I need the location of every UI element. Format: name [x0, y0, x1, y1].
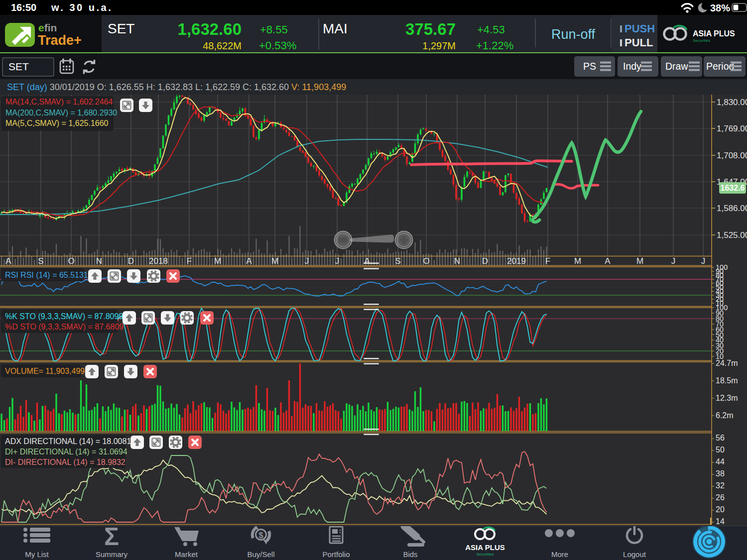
svg-text:A: A — [364, 256, 370, 266]
svg-text:N: N — [96, 256, 102, 266]
svg-text:PS: PS — [583, 61, 596, 72]
svg-text:D: D — [482, 256, 488, 266]
svg-text:14: 14 — [716, 517, 725, 526]
svg-text:48,622M: 48,622M — [203, 40, 242, 51]
svg-text:1,708.00: 1,708.00 — [717, 151, 747, 160]
svg-text:MAI: MAI — [323, 21, 348, 36]
svg-text:6.2m: 6.2m — [716, 411, 734, 420]
svg-text:O: O — [423, 256, 429, 266]
svg-text:DI+ DIRECTIONAL (14) = 31.0694: DI+ DIRECTIONAL (14) = 31.0694 — [5, 448, 127, 456]
svg-text:J: J — [671, 256, 676, 266]
svg-text:+1.22%: +1.22% — [476, 39, 513, 52]
svg-text:S: S — [395, 256, 400, 266]
svg-text:20: 20 — [716, 505, 725, 514]
svg-text:26: 26 — [716, 493, 725, 502]
svg-text:DI- DIRECTIONAL (14) = 18.9832: DI- DIRECTIONAL (14) = 18.9832 — [5, 458, 125, 466]
svg-text:ASIA PLUS: ASIA PLUS — [693, 29, 735, 38]
svg-text:44: 44 — [716, 457, 725, 466]
svg-text:1,830.00: 1,830.00 — [717, 98, 747, 107]
svg-text:%K STO (9,3,3,SMAV) = 87.8099: %K STO (9,3,3,SMAV) = 87.8099 — [5, 312, 123, 321]
svg-text:SET: SET — [8, 61, 29, 72]
svg-text:Indy: Indy — [623, 61, 641, 72]
svg-text:ASIA PLUS: ASIA PLUS — [465, 543, 504, 552]
svg-text:N: N — [454, 256, 460, 266]
svg-text:1,297M: 1,297M — [422, 40, 456, 51]
svg-text:+8.55: +8.55 — [260, 23, 288, 36]
svg-text:38%: 38% — [710, 2, 730, 13]
svg-text:1,525.00: 1,525.00 — [717, 230, 747, 240]
svg-text:38: 38 — [716, 469, 725, 478]
svg-text:MA(14,C,SMAV) = 1,602.2464: MA(14,C,SMAV) = 1,602.2464 — [5, 98, 113, 106]
svg-text:Run-off: Run-off — [551, 27, 596, 42]
svg-text:1,769.00: 1,769.00 — [717, 124, 747, 133]
svg-text:SET (day) 30/01/2019 O: 1,626: SET (day) 30/01/2019 O: 1,626.55 H: 1,63… — [7, 82, 346, 92]
svg-text:MA(200,C,SMAV) = 1,680.2930: MA(200,C,SMAV) = 1,680.2930 — [5, 109, 117, 117]
svg-text:+4.53: +4.53 — [477, 23, 505, 36]
svg-text:M: M — [271, 256, 278, 266]
svg-text:F: F — [187, 256, 192, 266]
svg-text:PULL: PULL — [624, 36, 653, 49]
svg-text:efin: efin — [38, 22, 57, 33]
svg-text:+0.53%: +0.53% — [259, 39, 296, 52]
svg-text:1,586.00: 1,586.00 — [717, 204, 747, 213]
svg-text:2019: 2019 — [507, 256, 526, 266]
svg-text:M: M — [636, 256, 643, 266]
svg-text:A: A — [246, 256, 252, 266]
svg-text:M: M — [574, 256, 581, 266]
svg-text:1632.6: 1632.6 — [721, 184, 745, 192]
svg-text:VOLUME= 11,903,499: VOLUME= 11,903,499 — [5, 367, 85, 375]
svg-text:Securities: Securities — [693, 38, 710, 43]
svg-text:A: A — [5, 256, 11, 266]
svg-text:56: 56 — [716, 434, 725, 442]
svg-text:Securities: Securities — [476, 552, 494, 557]
svg-text:ADX DIRECTIONAL (14) = 18.0081: ADX DIRECTIONAL (14) = 18.0081 — [5, 437, 131, 446]
svg-text:SET: SET — [108, 21, 134, 36]
svg-text:RSI RSI (14) = 65.5131: RSI RSI (14) = 65.5131 — [5, 271, 88, 279]
svg-text:Period: Period — [706, 61, 734, 72]
svg-text:%D STO (9,3,3,SMAV) = 87.6809: %D STO (9,3,3,SMAV) = 87.6809 — [5, 323, 124, 331]
svg-text:Draw: Draw — [665, 61, 688, 72]
svg-text:1,632.60: 1,632.60 — [178, 20, 242, 38]
svg-text:375.67: 375.67 — [405, 20, 456, 38]
svg-text:12.3m: 12.3m — [716, 394, 738, 402]
svg-text:J: J — [305, 256, 309, 266]
svg-text:24.7m: 24.7m — [716, 359, 738, 367]
svg-text:Trade+: Trade+ — [38, 33, 82, 48]
svg-text:S: S — [38, 256, 43, 266]
svg-text:J: J — [335, 256, 340, 266]
svg-text:M: M — [214, 256, 221, 266]
svg-text:50: 50 — [716, 446, 725, 454]
svg-text:J: J — [701, 256, 706, 266]
svg-text:2018: 2018 — [149, 256, 168, 266]
svg-text:18.5m: 18.5m — [716, 376, 738, 385]
svg-text:F: F — [545, 256, 550, 266]
svg-text:O: O — [68, 256, 74, 266]
svg-text:MA(5,C,SMAV) = 1,625.1660: MA(5,C,SMAV) = 1,625.1660 — [5, 119, 109, 127]
svg-text:32: 32 — [716, 481, 725, 490]
svg-text:A: A — [605, 256, 611, 266]
svg-text:D: D — [128, 256, 134, 266]
svg-text:PUSH: PUSH — [624, 22, 655, 35]
